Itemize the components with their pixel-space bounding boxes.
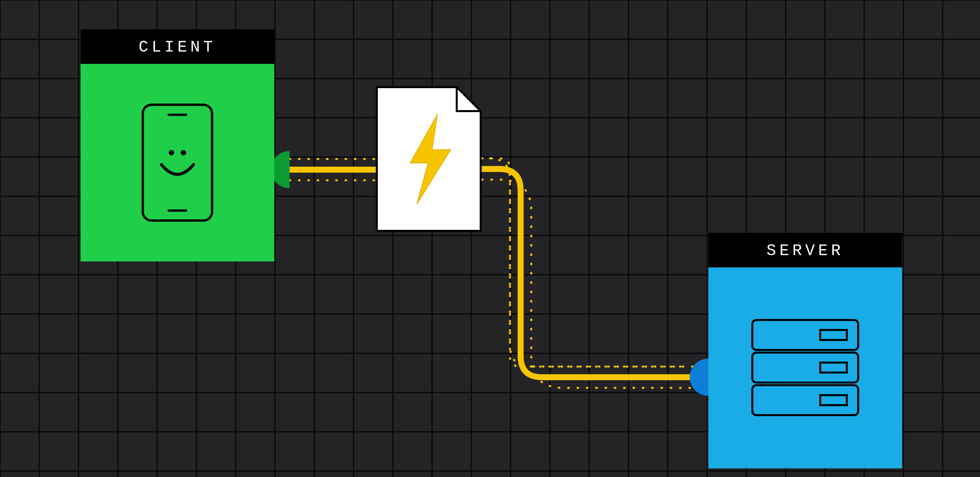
svg-rect-4 [143,105,212,220]
svg-rect-10 [752,353,858,382]
phone-smile-icon [141,103,214,222]
payload-document [375,86,482,232]
svg-rect-12 [820,330,847,340]
document-lightning-icon [375,86,482,232]
server-body [708,268,902,468]
client-label: CLIENT [81,29,274,64]
client-body [81,64,274,261]
client-node: CLIENT [81,29,274,261]
svg-rect-9 [752,320,858,350]
server-rack-icon [750,318,860,418]
svg-rect-14 [820,395,847,405]
svg-rect-11 [752,385,858,415]
svg-point-8 [181,150,186,155]
svg-rect-13 [820,363,847,372]
svg-point-7 [169,150,174,155]
server-label: SERVER [708,233,902,268]
server-node: SERVER [708,233,902,468]
diagram-stage: CLIENT SERVER [0,0,980,477]
